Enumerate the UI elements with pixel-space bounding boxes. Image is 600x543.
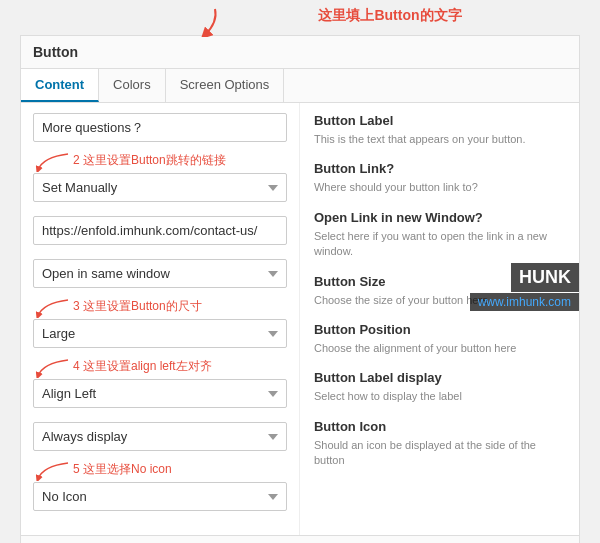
right-label-title: Button Label <box>314 113 565 128</box>
right-link-title: Button Link? <box>314 161 565 176</box>
right-button-link: Button Link? Where should your button li… <box>314 161 565 195</box>
right-position-desc: Choose the alignment of your button here <box>314 341 565 356</box>
right-label-desc: This is the text that appears on your bu… <box>314 132 565 147</box>
right-display-desc: Select how to display the label <box>314 389 565 404</box>
link-type-select[interactable]: Set Manually Post URL Custom <box>33 173 287 202</box>
tab-colors[interactable]: Colors <box>99 69 166 102</box>
right-column: Button Label This is the text that appea… <box>300 103 579 535</box>
button-icon-group: No Icon Arrow Star Heart <box>33 482 287 511</box>
label-display-group: Always display Never display Hover displ… <box>33 422 287 451</box>
watermark-url: www.imhunk.com <box>470 293 579 311</box>
label-display-select[interactable]: Always display Never display Hover displ… <box>33 422 287 451</box>
right-icon-desc: Should an icon be displayed at the side … <box>314 438 565 469</box>
right-open-link: Open Link in new Window? Select here if … <box>314 210 565 260</box>
right-link-desc: Where should your button link to? <box>314 180 565 195</box>
right-open-title: Open Link in new Window? <box>314 210 565 225</box>
open-window-group: Open in same window Open in new window <box>33 259 287 288</box>
link-url-input[interactable] <box>33 216 287 245</box>
panel-title: Button <box>21 36 579 69</box>
button-size-group: Small Medium Large Extra Large <box>33 319 287 348</box>
anno5-text: 5 这里选择No icon <box>43 461 287 478</box>
button-panel: Button Content Colors Screen Options HUN… <box>20 35 580 543</box>
right-button-position: Button Position Choose the alignment of … <box>314 322 565 356</box>
right-position-title: Button Position <box>314 322 565 337</box>
content-area: 2 这里设置Button跳转的链接 Set Manually Post URL … <box>21 103 579 535</box>
right-label-display: Button Label display Select how to displ… <box>314 370 565 404</box>
right-button-label: Button Label This is the text that appea… <box>314 113 565 147</box>
right-open-desc: Select here if you want to open the link… <box>314 229 565 260</box>
right-button-icon: Button Icon Should an icon be displayed … <box>314 419 565 469</box>
watermark-brand: HUNK <box>511 263 579 292</box>
open-window-select[interactable]: Open in same window Open in new window <box>33 259 287 288</box>
tab-content[interactable]: Content <box>21 69 99 102</box>
anno3-text: 3 这里设置Button的尺寸 <box>43 298 287 315</box>
button-position-select[interactable]: Align Left Align Center Align Right <box>33 379 287 408</box>
anno2-text: 2 这里设置Button跳转的链接 <box>43 152 287 169</box>
button-position-group: Align Left Align Center Align Right <box>33 379 287 408</box>
link-url-group <box>33 216 287 245</box>
right-display-title: Button Label display <box>314 370 565 385</box>
button-text-input[interactable] <box>33 113 287 142</box>
button-size-select[interactable]: Small Medium Large Extra Large <box>33 319 287 348</box>
left-column: 2 这里设置Button跳转的链接 Set Manually Post URL … <box>21 103 300 535</box>
tab-screen-options[interactable]: Screen Options <box>166 69 285 102</box>
right-icon-title: Button Icon <box>314 419 565 434</box>
button-text-group <box>33 113 287 142</box>
anno4-text: 4 这里设置align left左对齐 <box>43 358 287 375</box>
top-annotation: 这里填上Button的文字 <box>318 7 461 25</box>
link-type-group: Set Manually Post URL Custom <box>33 173 287 202</box>
tab-bar: Content Colors Screen Options <box>21 69 579 103</box>
footer-bar: 6 最后保存 Save <box>21 535 579 543</box>
button-icon-select[interactable]: No Icon Arrow Star Heart <box>33 482 287 511</box>
